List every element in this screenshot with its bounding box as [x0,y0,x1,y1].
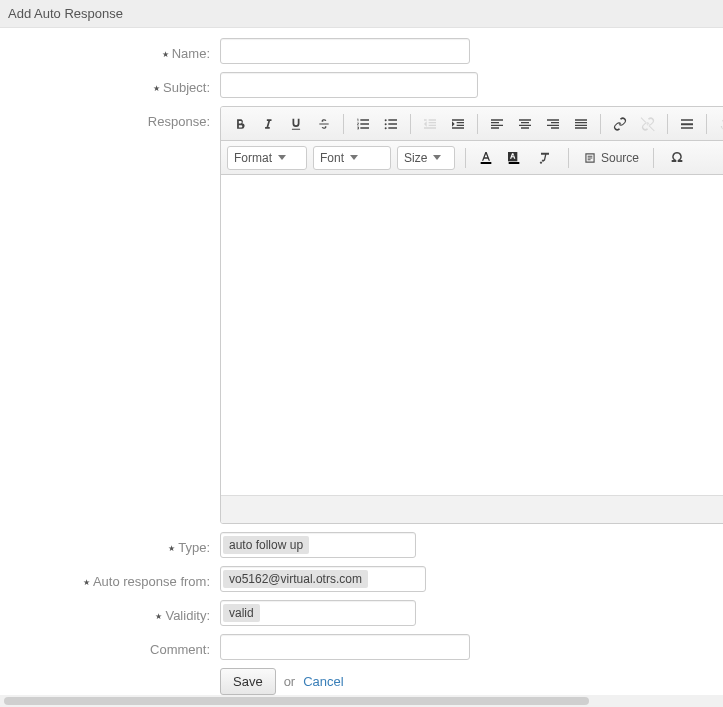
auto-response-from-value: vo5162@virtual.otrs.com [223,570,368,588]
special-char-button[interactable] [664,145,690,171]
row-auto-response-from: Auto response from: vo5162@virtual.otrs.… [0,566,723,592]
source-button[interactable]: Source [579,148,643,168]
auto-response-from-select[interactable]: vo5162@virtual.otrs.com [220,566,426,592]
outdent-icon [422,116,438,132]
horizontal-rule-icon [679,116,695,132]
row-actions: Save or Cancel [0,668,723,695]
separator [465,148,466,168]
align-right-button[interactable] [540,111,566,137]
bold-icon [233,117,247,131]
editor-toolbar-row-1 [221,107,723,141]
label-actions-spacer [0,680,220,684]
unlink-icon [640,116,656,132]
row-subject: Subject: [0,72,723,98]
remove-format-button[interactable] [532,145,558,171]
form: Name: Subject: Response: [0,28,723,695]
size-combo[interactable]: Size [397,146,455,170]
chevron-down-icon [350,155,358,160]
justify-icon [573,116,589,132]
source-icon [583,151,597,165]
separator [706,114,707,134]
remove-format-icon [537,150,553,166]
validity-select-value: valid [223,604,260,622]
chevron-down-icon [278,155,286,160]
unlink-button[interactable] [635,111,661,137]
label-auto-response-from: Auto response from: [0,570,220,589]
align-center-button[interactable] [512,111,538,137]
justify-button[interactable] [568,111,594,137]
unordered-list-icon [383,116,399,132]
bold-button[interactable] [227,111,253,137]
align-left-icon [489,116,505,132]
chevron-down-icon [433,155,441,160]
separator [477,114,478,134]
row-validity: Validity: valid [0,600,723,626]
row-comment: Comment: [0,634,723,660]
background-color-button[interactable] [504,148,526,168]
italic-button[interactable] [255,111,281,137]
align-right-icon [545,116,561,132]
subject-input[interactable] [220,72,478,98]
underline-button[interactable] [283,111,309,137]
svg-rect-0 [481,162,492,164]
label-validity: Validity: [0,604,220,623]
type-select-value: auto follow up [223,536,309,554]
ordered-list-button[interactable] [350,111,376,137]
undo-button[interactable] [713,111,723,137]
page-header: Add Auto Response [0,0,723,28]
size-combo-label: Size [404,151,427,165]
separator [667,114,668,134]
label-name: Name: [0,42,220,61]
label-type: Type: [0,536,220,555]
background-color-icon [506,150,522,166]
text-color-button[interactable] [476,148,498,168]
or-text: or [284,674,296,689]
italic-icon [261,117,275,131]
horizontal-rule-button[interactable] [674,111,700,137]
editor-toolbar-row-2: Format Font Size [221,141,723,175]
link-button[interactable] [607,111,633,137]
separator [410,114,411,134]
editor-content-area[interactable] [221,175,723,495]
row-response: Response: [0,106,723,524]
indent-icon [450,116,466,132]
align-center-icon [517,116,533,132]
label-response: Response: [0,106,220,129]
indent-button[interactable] [445,111,471,137]
page-title: Add Auto Response [8,6,123,21]
format-combo[interactable]: Format [227,146,307,170]
strike-icon [317,117,331,131]
cancel-link[interactable]: Cancel [303,674,343,689]
undo-icon [718,116,723,132]
svg-rect-2 [509,162,520,164]
label-subject: Subject: [0,76,220,95]
align-left-button[interactable] [484,111,510,137]
separator [653,148,654,168]
format-combo-label: Format [234,151,272,165]
validity-select[interactable]: valid [220,600,416,626]
type-select[interactable]: auto follow up [220,532,416,558]
strike-button[interactable] [311,111,337,137]
comment-input[interactable] [220,634,470,660]
separator [343,114,344,134]
link-icon [612,116,628,132]
unordered-list-button[interactable] [378,111,404,137]
name-input[interactable] [220,38,470,64]
text-color-icon [478,150,494,166]
save-button[interactable]: Save [220,668,276,695]
underline-icon [289,117,303,131]
scrollbar-thumb[interactable] [4,697,589,705]
rich-text-editor: Format Font Size [220,106,723,524]
separator [600,114,601,134]
separator [568,148,569,168]
font-combo[interactable]: Font [313,146,391,170]
source-button-label: Source [601,151,639,165]
row-name: Name: [0,38,723,64]
horizontal-scrollbar[interactable] [0,695,723,707]
special-char-icon [669,150,685,166]
label-comment: Comment: [0,638,220,657]
font-combo-label: Font [320,151,344,165]
editor-status-bar [221,495,723,523]
row-type: Type: auto follow up [0,532,723,558]
outdent-button[interactable] [417,111,443,137]
